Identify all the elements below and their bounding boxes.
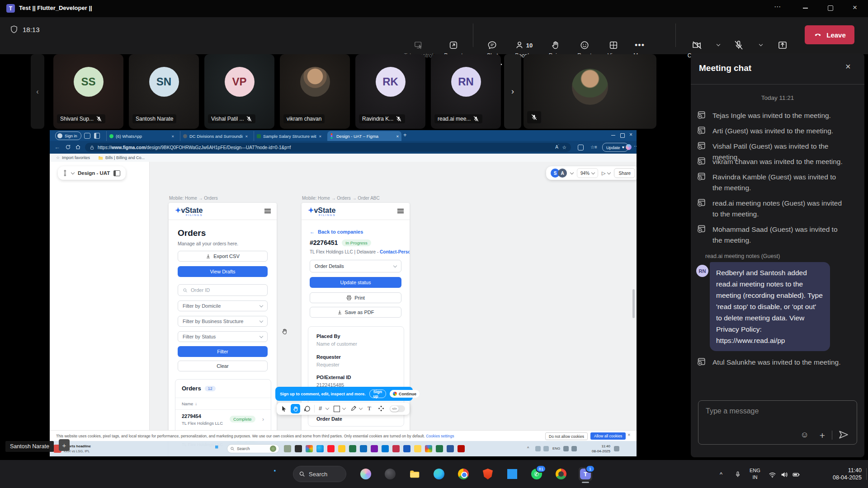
browser-minimize-icon[interactable] — [611, 135, 615, 136]
tray-icon[interactable] — [543, 446, 549, 451]
taskbar-search[interactable]: Search — [293, 466, 346, 482]
shape-tool-chevron[interactable] — [342, 406, 346, 410]
browser-update-button[interactable]: Update ♥ — [602, 143, 628, 152]
mobile-frame-order-detail[interactable]: ✦vState FILINGS ←Back to companies #2276… — [302, 203, 410, 456]
tray-icon[interactable] — [563, 446, 569, 451]
tab-actions-icon[interactable] — [94, 133, 100, 139]
app-icon[interactable] — [403, 445, 410, 452]
layout-panel-icon[interactable] — [113, 170, 120, 176]
file-explorer-icon[interactable] — [408, 467, 421, 481]
comment-tool-icon[interactable] — [304, 405, 311, 412]
leave-button[interactable]: Leave — [805, 25, 854, 44]
banner-google-continue-button[interactable]: Continue — [390, 390, 420, 398]
filter-button[interactable]: Filter — [178, 346, 268, 357]
participant-tile[interactable]: vikram chavan — [280, 54, 350, 129]
camera-options-chevron[interactable] — [717, 42, 720, 46]
export-csv-button[interactable]: Export CSV — [178, 251, 268, 262]
strip-next-button[interactable]: › — [504, 54, 521, 129]
cookie-settings-link[interactable]: Cookies settings — [426, 434, 454, 438]
tray-icon[interactable] — [571, 446, 577, 451]
chrome-icon[interactable] — [457, 467, 470, 481]
tab-close-icon[interactable]: × — [171, 134, 174, 139]
app-icon[interactable] — [425, 445, 432, 452]
browser-tab[interactable]: Sample Salary Structure with calc× — [254, 131, 324, 141]
language-switcher[interactable]: ENG IN — [750, 467, 760, 481]
app-icon[interactable] — [458, 445, 465, 452]
app-icon[interactable] — [392, 445, 400, 452]
emoji-icon[interactable]: ☺ — [801, 430, 809, 440]
contact-person-link[interactable]: Contact-Person — [380, 249, 410, 254]
browser-close-icon[interactable]: × — [629, 131, 632, 138]
zoom-control[interactable]: 94% — [577, 168, 598, 178]
spotlight-tile[interactable] — [524, 54, 656, 129]
tab-close-icon[interactable]: × — [245, 134, 248, 139]
copilot-icon[interactable] — [359, 467, 373, 481]
favorites-list-icon[interactable]: ☆≡ — [590, 145, 597, 150]
frame-label[interactable]: Mobile: Home → Orders — [169, 196, 218, 201]
participant-tile[interactable]: RK Ravindra K... — [355, 54, 425, 129]
browser-signin-button[interactable]: Sign in — [55, 131, 81, 140]
widgets-app-icon[interactable] — [383, 467, 397, 481]
pen-tool-chevron[interactable] — [359, 406, 363, 410]
browser-maximize-icon[interactable] — [620, 133, 625, 138]
browser-menu-icon[interactable]: ⋯ — [634, 143, 637, 149]
app-icon[interactable] — [306, 445, 313, 452]
figma-doc-pill[interactable]: Design - UAT — [58, 166, 126, 180]
components-icon[interactable] — [378, 405, 384, 412]
view-drafts-button[interactable]: View Drafts — [178, 266, 268, 277]
filter-structure-select[interactable]: Filter by Business Structure — [178, 316, 268, 327]
extensions-icon[interactable] — [578, 145, 584, 150]
wifi-icon[interactable] — [769, 471, 776, 479]
cookie-close-icon[interactable]: × — [627, 432, 630, 437]
read-aloud-icon[interactable]: A𝄒 — [555, 145, 559, 150]
bookmark-item[interactable]: ☆Import favorites — [56, 155, 90, 160]
shared-search-box[interactable]: Search — [227, 444, 279, 453]
app-icon[interactable] — [316, 445, 324, 452]
frame-tool-chevron[interactable] — [326, 406, 329, 410]
app-icon[interactable] — [338, 445, 345, 452]
app-icon[interactable] — [414, 445, 421, 452]
app-icon[interactable] — [447, 445, 454, 452]
app-icon[interactable] — [349, 445, 356, 452]
browser-tab[interactable]: (6) WhatsApp× — [106, 131, 177, 141]
move-tool-icon[interactable] — [281, 405, 288, 412]
app-icon[interactable] — [284, 445, 291, 452]
titlebar-more-icon[interactable]: ⋯ — [774, 3, 781, 11]
bookmark-item[interactable]: Bills | Billing and Co... — [98, 155, 145, 160]
shape-tool-icon[interactable] — [334, 406, 340, 412]
home-icon[interactable] — [75, 144, 81, 150]
edge-icon[interactable] — [432, 467, 446, 481]
new-tab-button[interactable]: + — [403, 131, 407, 138]
frame-tool-icon[interactable]: # — [319, 405, 322, 412]
text-tool-icon[interactable]: T — [368, 405, 371, 412]
mic-in-use-icon[interactable] — [734, 471, 741, 478]
strip-prev-button[interactable]: ‹ — [31, 54, 44, 129]
browser-tab[interactable]: DC Divisions and Surroundings× — [180, 131, 250, 141]
order-id-search[interactable]: Order ID — [178, 284, 268, 296]
mic-options-chevron[interactable] — [759, 42, 763, 46]
hamburger-icon[interactable] — [264, 209, 271, 210]
tray-expand-icon[interactable]: ^ — [527, 446, 529, 450]
chat-close-icon[interactable]: × — [845, 61, 851, 72]
battery-icon[interactable] — [792, 471, 800, 479]
pen-tool-icon[interactable] — [350, 405, 357, 412]
allow-cookies-button[interactable]: Allow all cookies — [590, 432, 626, 440]
back-link[interactable]: ←Back to companies — [310, 229, 363, 235]
update-status-button[interactable]: Update status — [310, 277, 401, 288]
notification-icon[interactable] — [614, 446, 619, 451]
sender-avatar[interactable]: RN — [696, 265, 708, 277]
language-indicator[interactable]: ENG — [552, 446, 560, 450]
collaborator-avatar[interactable]: A — [558, 169, 567, 178]
hand-tool-selected[interactable] — [291, 404, 300, 413]
send-icon[interactable] — [839, 430, 849, 440]
collaborators-chevron[interactable] — [570, 170, 574, 174]
tab-close-icon[interactable]: × — [319, 134, 321, 139]
copilot-icon[interactable] — [626, 144, 632, 150]
maximize-button[interactable] — [828, 5, 833, 11]
tray-expand-icon[interactable]: ^ — [720, 471, 722, 478]
start-button[interactable] — [271, 467, 285, 481]
refresh-icon[interactable] — [65, 144, 71, 150]
teams-icon[interactable]: T 1 — [579, 467, 592, 481]
dev-mode-toggle[interactable]: </> — [390, 405, 405, 412]
shared-clock[interactable]: 11:40 08-04-2025 — [583, 444, 610, 454]
